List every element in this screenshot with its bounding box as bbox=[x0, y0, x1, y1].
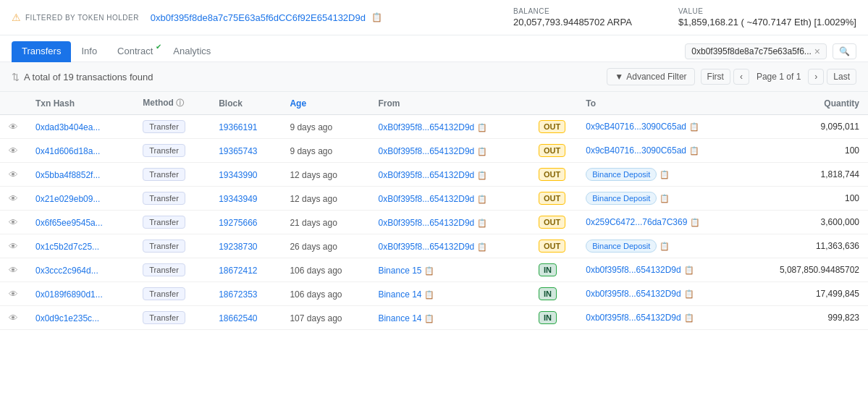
copy-to-icon[interactable]: 📋 bbox=[684, 313, 694, 323]
search-button[interactable]: 🔍 bbox=[833, 43, 856, 59]
from-address-link[interactable]: 0xB0f395f8...654132D9d bbox=[378, 218, 474, 228]
block-link[interactable]: 18662540 bbox=[219, 313, 257, 323]
txn-hash-link[interactable]: 0x0189f6890d1... bbox=[35, 289, 103, 300]
col-age[interactable]: Age bbox=[281, 92, 369, 115]
from-address-link[interactable]: Binance 15 bbox=[378, 266, 421, 276]
to-cell: 0xb0f395f8...654132D9d 📋 bbox=[586, 265, 736, 275]
to-address-link[interactable]: 0x9cB40716...3090C65ad bbox=[586, 145, 686, 156]
to-named-address[interactable]: Binance Deposit bbox=[586, 192, 657, 205]
from-address-link[interactable]: Binance 14 bbox=[378, 289, 421, 300]
txn-hash-link[interactable]: 0x3ccc2c964d... bbox=[35, 266, 98, 276]
tab-contract[interactable]: Contract ✔ bbox=[107, 41, 163, 62]
close-filter-button[interactable]: × bbox=[814, 46, 820, 56]
txn-hash-link[interactable]: 0x21e029eb09... bbox=[35, 194, 100, 204]
copy-to-icon[interactable]: 📋 bbox=[660, 170, 670, 179]
to-named-address[interactable]: Binance Deposit bbox=[586, 240, 657, 253]
tab-info[interactable]: Info bbox=[71, 41, 107, 62]
block-link[interactable]: 19343990 bbox=[219, 170, 257, 180]
to-address-link[interactable]: 0xb0f395f8...654132D9d bbox=[586, 265, 681, 275]
copy-from-icon[interactable]: 📋 bbox=[424, 290, 434, 299]
block-link[interactable]: 19365743 bbox=[219, 146, 257, 156]
advanced-filter-button[interactable]: ▼ Advanced Filter bbox=[607, 68, 694, 85]
copy-to-icon[interactable]: 📋 bbox=[689, 146, 699, 156]
copy-to-icon[interactable]: 📋 bbox=[660, 194, 670, 203]
token-holder-address[interactable]: 0xb0f395f8de8a7c75E63a5f6dCC6f92E654132D… bbox=[151, 12, 366, 23]
method-cell: Transfer bbox=[134, 163, 210, 187]
copy-from-icon[interactable]: 📋 bbox=[477, 147, 487, 156]
txn-hash-link[interactable]: 0x1c5b2d7c25... bbox=[35, 242, 99, 252]
eye-icon[interactable]: 👁 bbox=[9, 193, 18, 204]
txn-hash-link[interactable]: 0x5bba4f8852f... bbox=[35, 170, 100, 180]
tab-analytics[interactable]: Analytics bbox=[163, 41, 221, 62]
age-cell: 21 days ago bbox=[281, 211, 369, 234]
page-info: Page 1 of 1 bbox=[752, 72, 805, 82]
prev-page-button[interactable]: ‹ bbox=[733, 69, 749, 85]
direction-badge: IN bbox=[539, 287, 557, 300]
from-cell: 0xB0f395f8...654132D9d 📋 bbox=[369, 163, 530, 187]
from-address-link[interactable]: 0xB0f395f8...654132D9d bbox=[378, 146, 474, 156]
txn-hash-link[interactable]: 0x0d9c1e235c... bbox=[35, 313, 99, 323]
to-address-link[interactable]: 0x9cB40716...3090C65ad bbox=[586, 122, 686, 132]
quantity-cell: 999,823 bbox=[745, 306, 868, 330]
eye-icon[interactable]: 👁 bbox=[9, 145, 18, 156]
direction-cell: IN bbox=[530, 282, 577, 306]
block-link[interactable]: 18672412 bbox=[219, 266, 257, 276]
copy-from-icon[interactable]: 📋 bbox=[424, 266, 434, 275]
filter-text: FILTERED BY TOKEN HOLDER bbox=[25, 14, 139, 22]
eye-icon[interactable]: 👁 bbox=[9, 313, 18, 323]
from-address-link[interactable]: Binance 14 bbox=[378, 313, 421, 323]
block-link[interactable]: 19343949 bbox=[219, 194, 257, 204]
from-address-link[interactable]: 0xB0f395f8...654132D9d bbox=[378, 242, 474, 252]
txn-hash-link[interactable]: 0x41d606d18a... bbox=[35, 146, 100, 156]
to-cell: Binance Deposit 📋 bbox=[586, 168, 736, 181]
to-address-link[interactable]: 0xb0f395f8...654132D9d bbox=[586, 289, 681, 299]
last-page-button[interactable]: Last bbox=[827, 69, 856, 85]
from-address-link[interactable]: 0xB0f395f8...654132D9d bbox=[378, 170, 474, 180]
method-info-icon[interactable]: ⓘ bbox=[176, 98, 184, 107]
copy-to-icon[interactable]: 📋 bbox=[690, 218, 700, 227]
eye-icon[interactable]: 👁 bbox=[9, 265, 18, 276]
eye-icon[interactable]: 👁 bbox=[9, 217, 18, 228]
copy-from-icon[interactable]: 📋 bbox=[477, 195, 487, 203]
block-link[interactable]: 19238730 bbox=[219, 242, 257, 252]
txn-hash-link[interactable]: 0xdad3b404ea... bbox=[35, 122, 100, 132]
direction-cell: OUT bbox=[530, 187, 577, 211]
txn-hash-link[interactable]: 0x6f65ee9545a... bbox=[35, 218, 103, 228]
to-address-link[interactable]: 0xb0f395f8...654132D9d bbox=[586, 313, 681, 323]
copy-from-icon[interactable]: 📋 bbox=[477, 171, 487, 179]
from-address-link[interactable]: 0xB0f395f8...654132D9d bbox=[378, 194, 474, 204]
copy-from-icon[interactable]: 📋 bbox=[477, 123, 487, 132]
eye-icon[interactable]: 👁 bbox=[9, 169, 18, 180]
copy-to-icon[interactable]: 📋 bbox=[689, 122, 699, 132]
transactions-table-container: Txn Hash Method ⓘ Block Age From To Quan… bbox=[0, 92, 868, 330]
quantity-cell: 5,087,850.94485702 bbox=[745, 258, 868, 282]
next-page-button[interactable]: › bbox=[808, 69, 824, 85]
copy-to-icon[interactable]: 📋 bbox=[684, 289, 694, 299]
age-cell: 12 days ago bbox=[281, 187, 369, 211]
copy-to-icon[interactable]: 📋 bbox=[660, 242, 670, 251]
to-address-link[interactable]: 0x259C6472...76da7C369 bbox=[586, 217, 687, 227]
block-cell: 19343949 bbox=[210, 187, 281, 211]
to-named-address[interactable]: Binance Deposit bbox=[586, 168, 657, 181]
to-cell: 0x259C6472...76da7C369 📋 bbox=[586, 217, 736, 227]
copy-address-button[interactable]: 📋 bbox=[370, 11, 384, 24]
token-filter-address: 0xb0f395f8de8a7c75e63a5f6... bbox=[691, 46, 811, 56]
block-link[interactable]: 19275666 bbox=[219, 218, 257, 228]
copy-from-icon[interactable]: 📋 bbox=[477, 219, 487, 227]
copy-from-icon[interactable]: 📋 bbox=[477, 242, 487, 251]
first-page-button[interactable]: First bbox=[701, 69, 730, 85]
col-eye bbox=[0, 92, 27, 115]
eye-icon[interactable]: 👁 bbox=[9, 241, 18, 252]
block-cell: 19343990 bbox=[210, 163, 281, 187]
tab-transfers[interactable]: Transfers bbox=[12, 41, 71, 62]
from-address-link[interactable]: 0xB0f395f8...654132D9d bbox=[378, 122, 474, 132]
method-cell: Transfer bbox=[134, 115, 210, 139]
eye-cell: 👁 bbox=[0, 211, 27, 234]
eye-icon[interactable]: 👁 bbox=[9, 122, 18, 132]
block-link[interactable]: 19366191 bbox=[219, 122, 257, 132]
block-link[interactable]: 18672353 bbox=[219, 289, 257, 300]
eye-icon[interactable]: 👁 bbox=[9, 289, 18, 300]
copy-from-icon[interactable]: 📋 bbox=[424, 314, 434, 323]
col-txnhash: Txn Hash bbox=[27, 92, 134, 115]
copy-to-icon[interactable]: 📋 bbox=[684, 266, 694, 275]
